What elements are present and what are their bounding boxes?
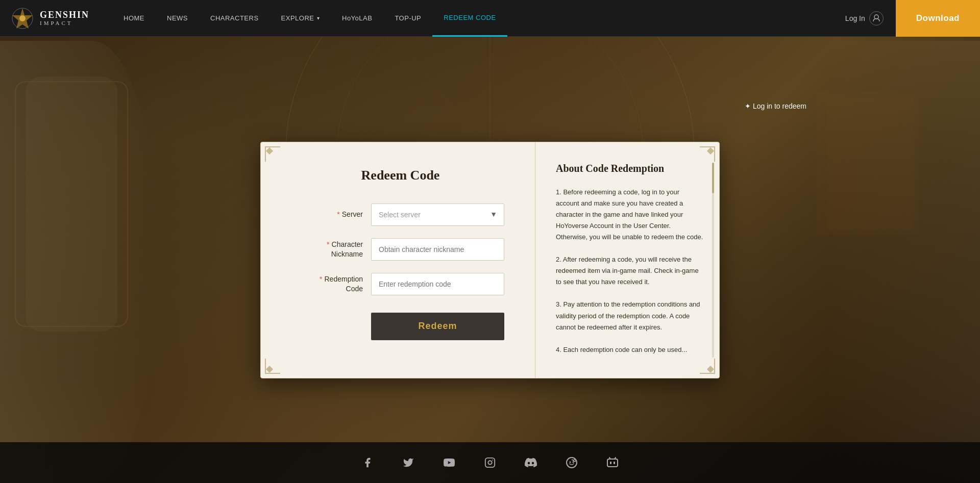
nav-news[interactable]: NEWS xyxy=(156,0,199,37)
modal-overlay: Redeem Code *Server Select server Americ… xyxy=(0,37,980,483)
nav-links: HOME NEWS CHARACTERS EXPLORE ▾ HoYoLAB T… xyxy=(102,0,833,37)
discord-icon[interactable] xyxy=(521,452,541,473)
svg-rect-15 xyxy=(485,458,495,467)
svg-point-20 xyxy=(574,460,576,462)
nav-redeem-code[interactable]: REDEEM CODE xyxy=(432,0,507,37)
navbar: GENSHIN IMPACT HOME NEWS CHARACTERS EXPL… xyxy=(0,0,980,37)
modal-title: Redeem Code xyxy=(297,168,504,183)
nav-top-up[interactable]: TOP-UP xyxy=(383,0,432,37)
redemption-code-label: *RedemptionCode xyxy=(297,274,363,293)
login-label: Log In xyxy=(845,14,865,22)
facebook-icon[interactable] xyxy=(357,452,378,473)
code-required-star: * xyxy=(320,275,322,283)
server-required-star: * xyxy=(337,210,339,218)
nickname-required-star: * xyxy=(327,240,329,248)
youtube-icon[interactable] xyxy=(439,452,459,473)
redeem-button[interactable]: Redeem xyxy=(371,313,504,340)
instagram-icon[interactable] xyxy=(480,452,500,473)
modal-info-text: 1. Before redeeming a code, log in to yo… xyxy=(556,187,704,355)
scrollbar-thumb[interactable] xyxy=(712,163,714,193)
corner-tl xyxy=(265,146,280,162)
character-nickname-row: *CharacterNickname xyxy=(297,238,504,261)
hero-section: ✦ Log in to redeem Redeem Code *Server xyxy=(0,0,980,483)
explore-chevron-icon: ▾ xyxy=(317,15,320,21)
nav-hoyolab[interactable]: HoYoLAB xyxy=(331,0,383,37)
svg-point-2 xyxy=(19,15,26,21)
modal-form-panel: Redeem Code *Server Select server Americ… xyxy=(261,142,535,378)
svg-rect-25 xyxy=(610,462,611,464)
nav-explore[interactable]: EXPLORE ▾ xyxy=(270,0,331,37)
twitter-icon[interactable] xyxy=(398,452,419,473)
server-select-wrapper: Select server America Europe Asia TW/HK/… xyxy=(371,204,504,226)
redemption-code-row: *RedemptionCode xyxy=(297,273,504,295)
svg-point-17 xyxy=(567,457,577,468)
scrollbar-track xyxy=(712,163,714,358)
character-nickname-label: *CharacterNickname xyxy=(297,240,363,258)
corner-bl xyxy=(265,359,280,374)
character-nickname-input[interactable] xyxy=(371,238,504,261)
redeem-modal: Redeem Code *Server Select server Americ… xyxy=(260,142,720,378)
svg-point-19 xyxy=(573,462,574,463)
download-button[interactable]: Download xyxy=(896,0,980,37)
footer xyxy=(0,442,980,483)
logo[interactable]: GENSHIN IMPACT xyxy=(0,6,102,31)
redeem-button-row: Redeem xyxy=(297,308,504,340)
bilibili-icon[interactable] xyxy=(602,452,623,473)
login-button[interactable]: Log In xyxy=(833,0,896,37)
navbar-right: Log In Download xyxy=(833,0,980,37)
logo-subtitle: IMPACT xyxy=(40,20,89,26)
modal-info-title: About Code Redemption xyxy=(556,163,704,174)
nav-home[interactable]: HOME xyxy=(112,0,156,37)
svg-line-21 xyxy=(572,460,574,461)
server-row: *Server Select server America Europe Asi… xyxy=(297,204,504,226)
svg-rect-22 xyxy=(607,459,618,467)
modal-info-panel: About Code Redemption 1. Before redeemin… xyxy=(535,142,719,378)
logo-title: GENSHIN xyxy=(40,10,89,20)
redemption-code-input[interactable] xyxy=(371,273,504,295)
server-select[interactable]: Select server America Europe Asia TW/HK/… xyxy=(371,204,504,226)
svg-rect-26 xyxy=(614,462,615,464)
nav-characters[interactable]: CHARACTERS xyxy=(199,0,270,37)
reddit-icon[interactable] xyxy=(561,452,582,473)
user-icon xyxy=(869,11,884,26)
svg-point-18 xyxy=(570,462,571,463)
logo-icon xyxy=(10,6,35,31)
server-label: *Server xyxy=(297,210,363,219)
